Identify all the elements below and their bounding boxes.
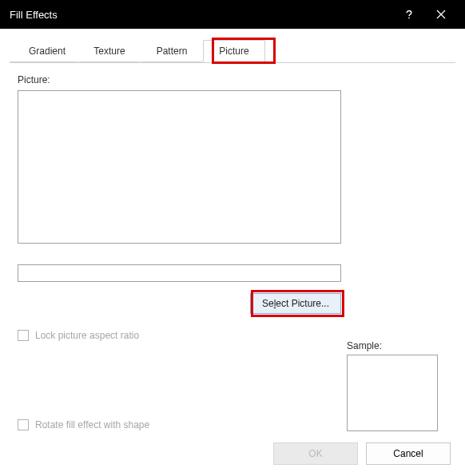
help-icon [403, 9, 415, 20]
svg-point-0 [408, 17, 410, 18]
ok-button: OK [273, 442, 358, 465]
lock-aspect-checkbox[interactable] [18, 330, 29, 341]
tab-label: Pattern [157, 46, 188, 57]
tab-gradient[interactable]: Gradient [16, 40, 78, 62]
rotate-checkbox[interactable] [18, 419, 29, 430]
lock-aspect-label: Lock picture aspect ratio [35, 330, 139, 341]
sample-label: Sample: [347, 340, 441, 351]
tab-texture[interactable]: Texture [78, 40, 141, 62]
tab-pattern[interactable]: Pattern [141, 40, 203, 62]
picture-label: Picture: [18, 74, 447, 85]
title-bar: Fill Effects [0, 0, 465, 29]
rotate-label: Rotate fill effect with shape [35, 419, 149, 430]
cancel-button[interactable]: Cancel [366, 442, 451, 465]
sample-area: Sample: [347, 340, 441, 431]
close-button[interactable] [425, 0, 457, 29]
tab-label: Texture [93, 46, 125, 57]
dialog-title: Fill Effects [10, 9, 393, 21]
picture-name-field[interactable] [18, 264, 341, 282]
dialog-buttons: OK Cancel [273, 442, 451, 465]
select-picture-button[interactable]: Select Picture... [250, 293, 341, 314]
tab-label: Gradient [29, 46, 66, 57]
fill-effects-dialog: Fill Effects Gradient Texture Pattern Pi… [0, 0, 465, 476]
tab-picture[interactable]: Picture [203, 40, 265, 62]
tab-strip: Gradient Texture Pattern Picture [10, 40, 455, 63]
sample-preview [347, 355, 438, 431]
lock-aspect-row: Lock picture aspect ratio [18, 330, 447, 341]
close-icon [436, 10, 446, 19]
tab-label: Picture [219, 46, 248, 57]
picture-preview [18, 90, 341, 244]
help-button[interactable] [393, 0, 425, 29]
